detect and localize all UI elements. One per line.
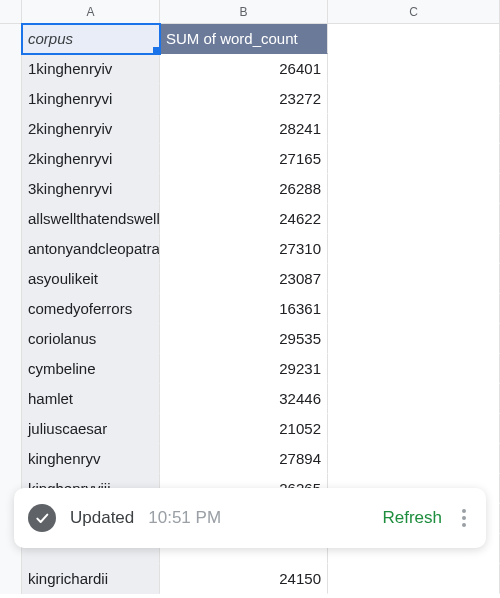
- cell-empty[interactable]: [328, 354, 500, 384]
- cell-corpus[interactable]: 2kinghenryiv: [22, 114, 160, 144]
- cell-value[interactable]: 21052: [160, 414, 328, 444]
- snackbar-time: 10:51 PM: [148, 508, 221, 528]
- cell-corpus[interactable]: 1kinghenryiv: [22, 54, 160, 84]
- cell-value[interactable]: 27310: [160, 234, 328, 264]
- more-options-icon[interactable]: [456, 503, 472, 533]
- cell-c1[interactable]: [328, 24, 500, 54]
- row-gutter[interactable]: [0, 84, 22, 114]
- cell-value[interactable]: 27165: [160, 144, 328, 174]
- cell-b1-pivot-header[interactable]: SUM of word_count: [160, 24, 328, 54]
- cell-corpus[interactable]: 3kinghenryvi: [22, 174, 160, 204]
- check-icon: [28, 504, 56, 532]
- cell-corpus[interactable]: hamlet: [22, 384, 160, 414]
- row-gutter[interactable]: [0, 114, 22, 144]
- row-gutter[interactable]: [0, 174, 22, 204]
- row-gutter[interactable]: [0, 564, 22, 594]
- row-gutter[interactable]: [0, 54, 22, 84]
- cell-corpus[interactable]: juliuscaesar: [22, 414, 160, 444]
- cell-empty[interactable]: [328, 54, 500, 84]
- row-gutter[interactable]: [0, 354, 22, 384]
- row-gutter[interactable]: [0, 324, 22, 354]
- connected-sheet-snackbar: Updated 10:51 PM Refresh: [14, 488, 486, 548]
- cell-value[interactable]: 16361: [160, 294, 328, 324]
- cell-corpus[interactable]: comedyoferrors: [22, 294, 160, 324]
- cell-empty[interactable]: [328, 174, 500, 204]
- cell-empty[interactable]: [328, 144, 500, 174]
- row-gutter[interactable]: [0, 144, 22, 174]
- cell-value[interactable]: 26288: [160, 174, 328, 204]
- cell-empty[interactable]: [328, 384, 500, 414]
- cell-empty[interactable]: [328, 294, 500, 324]
- snackbar-status: Updated: [70, 508, 134, 528]
- cell-empty[interactable]: [328, 444, 500, 474]
- cell-empty[interactable]: [328, 564, 500, 594]
- cell-empty[interactable]: [328, 84, 500, 114]
- cell-empty[interactable]: [328, 234, 500, 264]
- cell-value[interactable]: 32446: [160, 384, 328, 414]
- cell-empty[interactable]: [328, 414, 500, 444]
- cell-value[interactable]: 27894: [160, 444, 328, 474]
- cell-corpus[interactable]: allswellthatendswell: [22, 204, 160, 234]
- cell-corpus[interactable]: 2kinghenryvi: [22, 144, 160, 174]
- row-gutter[interactable]: [0, 204, 22, 234]
- cell-corpus[interactable]: 1kinghenryvi: [22, 84, 160, 114]
- row-gutter[interactable]: [0, 384, 22, 414]
- col-header-b[interactable]: B: [160, 0, 328, 24]
- cell-corpus[interactable]: antonyandcleopatra: [22, 234, 160, 264]
- cell-a1-active[interactable]: corpus: [22, 24, 160, 54]
- cell-value[interactable]: 24150: [160, 564, 328, 594]
- row-gutter[interactable]: [0, 444, 22, 474]
- cell-empty[interactable]: [328, 114, 500, 144]
- cell-corpus[interactable]: asyoulikeit: [22, 264, 160, 294]
- cell-value[interactable]: 24622: [160, 204, 328, 234]
- cell-corpus[interactable]: coriolanus: [22, 324, 160, 354]
- row-gutter[interactable]: [0, 24, 22, 54]
- cell-value[interactable]: 28241: [160, 114, 328, 144]
- col-header-c[interactable]: C: [328, 0, 500, 24]
- row-gutter[interactable]: [0, 264, 22, 294]
- cell-empty[interactable]: [328, 324, 500, 354]
- cell-corpus[interactable]: cymbeline: [22, 354, 160, 384]
- cell-value[interactable]: 23272: [160, 84, 328, 114]
- cell-corpus[interactable]: kingrichardii: [22, 564, 160, 594]
- cell-empty[interactable]: [328, 264, 500, 294]
- refresh-button[interactable]: Refresh: [382, 508, 442, 528]
- cell-empty[interactable]: [328, 204, 500, 234]
- cell-value[interactable]: 29231: [160, 354, 328, 384]
- cell-value[interactable]: 29535: [160, 324, 328, 354]
- col-header-a[interactable]: A: [22, 0, 160, 24]
- corner-cell[interactable]: [0, 0, 22, 24]
- row-gutter[interactable]: [0, 294, 22, 324]
- cell-value[interactable]: 26401: [160, 54, 328, 84]
- row-gutter[interactable]: [0, 414, 22, 444]
- row-gutter[interactable]: [0, 234, 22, 264]
- cell-corpus[interactable]: kinghenryv: [22, 444, 160, 474]
- cell-value[interactable]: 23087: [160, 264, 328, 294]
